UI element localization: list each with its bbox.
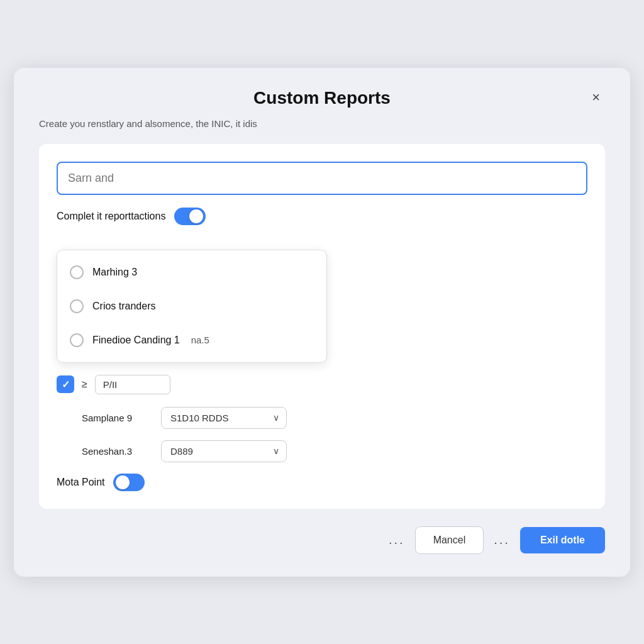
seneshan-row: Seneshan.3 D889 Option 2 xyxy=(57,440,587,462)
dropdown-item-label-2: Crios tranders xyxy=(92,301,155,312)
modal-title: Custom Reports xyxy=(253,88,391,108)
toggle-complete-label: Complet it reporttactions xyxy=(57,211,165,222)
modal-body: Complet it reporttactions Marhing 3 Crio… xyxy=(39,144,605,509)
modal-subtitle: Create you renstlary and alsomence, the … xyxy=(39,118,605,129)
primary-button[interactable]: Exil dotle xyxy=(520,527,605,553)
mota-point-toggle[interactable] xyxy=(113,474,145,491)
checkbox-symbol: ≥ xyxy=(82,379,87,390)
dropdown-item-label-1: Marhing 3 xyxy=(92,267,137,278)
checkbox-text-input[interactable] xyxy=(95,375,170,394)
checkbox-checked-icon[interactable] xyxy=(57,375,74,393)
search-input[interactable] xyxy=(57,162,587,195)
footer-dots-middle[interactable]: ... xyxy=(494,533,510,547)
dropdown-item-3[interactable]: Finedioe Canding 1 na.5 xyxy=(57,323,326,357)
seneshan-select-wrapper: D889 Option 2 xyxy=(161,440,287,462)
dropdown-extra-text: na.5 xyxy=(191,335,209,345)
samplane-label: Samplane 9 xyxy=(82,413,151,423)
mota-point-label: Mota Point xyxy=(57,477,104,488)
dropdown-item-1[interactable]: Marhing 3 xyxy=(57,255,326,289)
mota-point-row: Mota Point xyxy=(57,474,587,491)
modal-header: Custom Reports × xyxy=(39,88,605,108)
samplane-row: Samplane 9 S1D10 RDDS Option 2 xyxy=(57,407,587,429)
dropdown-item-label-3: Finedioe Canding 1 xyxy=(92,335,180,346)
radio-crios[interactable] xyxy=(70,299,84,313)
modal-container: Custom Reports × Create you renstlary an… xyxy=(14,68,630,577)
toggle-complete-switch[interactable] xyxy=(174,208,206,225)
modal-footer: ... Mancel ... Exil dotle xyxy=(39,526,605,554)
toggle-complete-row: Complet it reporttactions xyxy=(57,208,587,225)
samplane-select-wrapper: S1D10 RDDS Option 2 xyxy=(161,407,287,429)
footer-dots-left[interactable]: ... xyxy=(389,533,405,547)
dropdown-list: Marhing 3 Crios tranders Finedioe Candin… xyxy=(57,250,327,363)
radio-finedioe[interactable] xyxy=(70,333,84,347)
dropdown-item-2[interactable]: Crios tranders xyxy=(57,289,326,323)
close-button[interactable]: × xyxy=(587,88,605,107)
cancel-button[interactable]: Mancel xyxy=(415,526,484,554)
seneshan-label: Seneshan.3 xyxy=(82,446,151,457)
samplane-select[interactable]: S1D10 RDDS Option 2 xyxy=(161,407,287,429)
checkbox-row: ≥ xyxy=(57,375,587,394)
seneshan-select[interactable]: D889 Option 2 xyxy=(161,440,287,462)
radio-marhing[interactable] xyxy=(70,265,84,279)
